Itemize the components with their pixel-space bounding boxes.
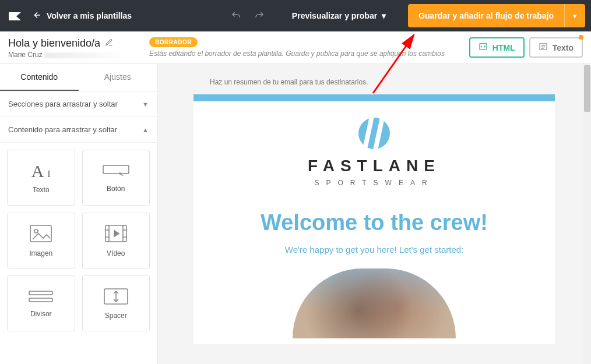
- email-brand-block[interactable]: FASTLANE SPORTSWEAR: [194, 101, 555, 193]
- email-preheader[interactable]: Haz un resumen de tu email para tus dest…: [157, 64, 591, 94]
- email-body[interactable]: FASTLANE SPORTSWEAR Welcome to the crew!…: [194, 94, 555, 344]
- template-title: Hola y bienvenido/a: [8, 37, 100, 50]
- author-name: Marie Cruz: [8, 51, 43, 59]
- view-toggle: HTML Texto: [469, 37, 583, 58]
- tab-settings[interactable]: Ajustes: [79, 64, 157, 91]
- back-to-templates-link[interactable]: Volver a mis plantillas: [33, 10, 132, 22]
- sub-header: Hola y bienvenido/a Marie Cruz BORRADOR …: [0, 31, 591, 64]
- text-block-icon: A I: [31, 161, 51, 181]
- svg-rect-7: [29, 298, 52, 302]
- content-to-drag-header[interactable]: Contenido para arrastrar y soltar ▲: [0, 117, 157, 143]
- text-label: Texto: [553, 43, 574, 52]
- template-author: Marie Cruz: [8, 51, 126, 59]
- tile-button[interactable]: Botón: [82, 150, 150, 206]
- notification-dot-icon: [579, 35, 583, 40]
- scrollbar-thumb[interactable]: [584, 65, 590, 112]
- main-area: Contenido Ajustes Secciones para arrastr…: [0, 64, 591, 364]
- html-label: HTML: [492, 43, 515, 52]
- tile-video[interactable]: Vídeo: [82, 213, 150, 268]
- button-block-icon: [102, 163, 130, 180]
- preview-label: Previsualizar y probar: [292, 11, 377, 20]
- save-label: Guardar y añadir al flujo de trabajo: [418, 11, 554, 20]
- undo-button[interactable]: [228, 8, 244, 24]
- tab-content[interactable]: Contenido: [0, 64, 79, 91]
- tile-text[interactable]: A I Texto: [7, 150, 75, 206]
- left-tabs: Contenido Ajustes: [0, 64, 157, 91]
- hero-image: [293, 268, 456, 338]
- tile-image-label: Imagen: [29, 249, 52, 257]
- back-label: Volver a mis plantillas: [47, 11, 132, 20]
- preview-and-test-button[interactable]: Previsualizar y probar ▾: [292, 11, 386, 20]
- content-drag-label: Contenido para arrastrar y soltar: [8, 125, 117, 134]
- text-view-button[interactable]: Texto: [529, 37, 583, 58]
- tile-text-label: Texto: [33, 186, 50, 194]
- tile-spacer-label: Spacer: [105, 312, 127, 320]
- left-panel: Contenido Ajustes Secciones para arrastr…: [0, 64, 157, 364]
- save-and-add-to-workflow-button[interactable]: Guardar y añadir al flujo de trabajo: [408, 4, 564, 27]
- chevron-up-icon: ▲: [142, 126, 149, 133]
- sections-label: Secciones para arrastrar y soltar: [8, 100, 118, 108]
- content-tile-grid: A I Texto Botón Imagen Vídeo: [0, 143, 157, 338]
- author-email-redacted: [44, 52, 126, 58]
- edit-title-icon[interactable]: [105, 38, 113, 48]
- svg-rect-10: [358, 118, 390, 149]
- save-dropdown-button[interactable]: ▾: [564, 4, 585, 27]
- code-icon: [479, 42, 488, 53]
- spacer-block-icon: [103, 288, 129, 307]
- welcome-text: We're happy to get you here! Let's get s…: [205, 245, 543, 255]
- html-view-button[interactable]: HTML: [469, 37, 525, 58]
- svg-rect-3: [30, 225, 51, 242]
- top-center: Previsualizar y probar ▾ Guardar y añadi…: [228, 4, 585, 27]
- brand-logo-icon: [358, 118, 390, 151]
- draft-area: BORRADOR Estás editando el borrador de e…: [149, 37, 445, 58]
- image-block-icon: [29, 224, 52, 245]
- text-icon: [539, 42, 548, 53]
- svg-point-4: [34, 229, 38, 233]
- brand-subtitle: SPORTSWEAR: [194, 179, 555, 187]
- app-logo-icon: [6, 5, 27, 26]
- save-button-group: Guardar y añadir al flujo de trabajo ▾: [408, 4, 585, 27]
- title-area: Hola y bienvenido/a Marie Cruz: [8, 37, 126, 59]
- sections-to-drag-header[interactable]: Secciones para arrastrar y soltar ▼: [0, 91, 157, 117]
- canvas[interactable]: Haz un resumen de tu email para tus dest…: [157, 64, 591, 364]
- video-block-icon: [104, 224, 128, 245]
- draft-badge: BORRADOR: [149, 37, 198, 47]
- brand-name: FASTLANE: [194, 157, 555, 175]
- arrow-left-icon: [33, 10, 42, 22]
- scrollbar-track: [583, 64, 591, 364]
- tile-video-label: Vídeo: [107, 249, 125, 257]
- email-welcome-block[interactable]: Welcome to the crew! We're happy to get …: [194, 193, 555, 344]
- tile-spacer[interactable]: Spacer: [82, 275, 150, 331]
- chevron-down-icon: ▾: [382, 11, 386, 20]
- email-accent-bar: [194, 94, 555, 101]
- tile-image[interactable]: Imagen: [7, 213, 75, 268]
- svg-rect-6: [29, 291, 52, 295]
- welcome-heading: Welcome to the crew!: [205, 210, 543, 235]
- redo-button[interactable]: [251, 8, 268, 24]
- chevron-down-icon: ▼: [142, 101, 149, 108]
- tile-divider-label: Divisor: [30, 310, 52, 318]
- svg-rect-2: [103, 165, 129, 174]
- tile-divider[interactable]: Divisor: [7, 275, 75, 331]
- top-bar: Volver a mis plantillas Previsualizar y …: [0, 0, 591, 31]
- tile-button-label: Botón: [107, 185, 125, 193]
- title-row: Hola y bienvenido/a: [8, 37, 126, 50]
- chevron-down-icon: ▾: [573, 12, 577, 20]
- divider-block-icon: [28, 289, 54, 305]
- draft-note: Estás editando el borrador de esta plant…: [149, 50, 445, 58]
